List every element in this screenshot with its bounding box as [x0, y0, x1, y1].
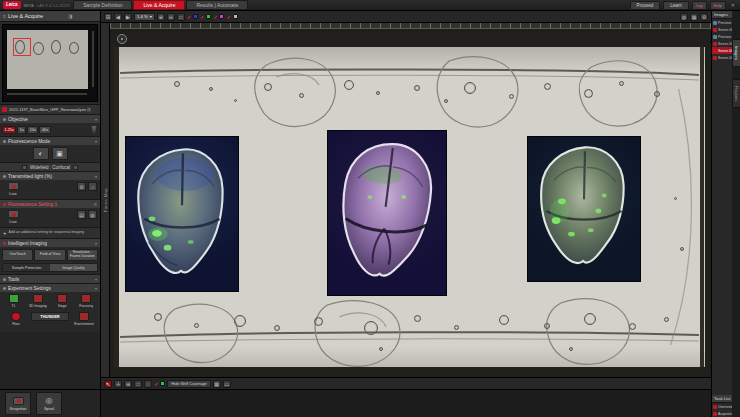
- fluo-live-button[interactable]: Live: [3, 210, 23, 224]
- learn-button[interactable]: Learn: [663, 1, 689, 10]
- transmitted-light-header[interactable]: Transmitted light (%) ▾: [0, 171, 100, 180]
- stage-button[interactable]: Stage: [51, 294, 74, 310]
- help-button[interactable]: Help: [710, 1, 726, 10]
- gear-icon[interactable]: ⚙: [93, 202, 97, 207]
- image-icon: [713, 42, 717, 46]
- rectangle-tool-icon[interactable]: □: [134, 380, 142, 388]
- spiral-button[interactable]: ◎ Spiral: [36, 392, 62, 415]
- flow-button[interactable]: Flow: [2, 312, 30, 330]
- widefield-confocal-toggle[interactable]: Widefield : Confocal: [0, 162, 100, 171]
- image-tree-item[interactable]: Series 004: [712, 54, 732, 61]
- tab-regions[interactable]: Regions: [732, 79, 740, 108]
- navigator-current-view-rect[interactable]: [13, 38, 31, 56]
- proceed-button[interactable]: Proceed: [630, 1, 661, 10]
- measure-icon[interactable]: ▭: [223, 380, 231, 388]
- grid-overlay-icon[interactable]: ▦: [690, 13, 698, 21]
- channel-chip-rfp[interactable]: [219, 14, 224, 19]
- 3d-imaging-button[interactable]: 3D Imaging: [26, 294, 49, 310]
- tilescan-region-1[interactable]: [126, 137, 238, 291]
- tools-header[interactable]: Tools ▾: [0, 274, 100, 283]
- widefield-mode-button[interactable]: ◐: [33, 147, 49, 160]
- contrast-mode-button[interactable]: ▣: [52, 147, 68, 160]
- flow-icon: [11, 312, 21, 321]
- pointer-tool-icon[interactable]: ↖: [104, 380, 112, 388]
- tab-live-acquire[interactable]: Live & Acquire: [133, 0, 185, 10]
- fluorescence-mode-header[interactable]: Fluorescence Mode ▾: [0, 136, 100, 145]
- navigator-hscrollbar[interactable]: [7, 93, 87, 95]
- tl-lamp-icon[interactable]: ☼: [88, 182, 97, 191]
- hide-well-coverage-button[interactable]: Hide Well Coverage: [167, 380, 211, 388]
- overlay-check-icon[interactable]: ✓: [154, 381, 158, 387]
- objective-option-1[interactable]: 1.25x: [2, 126, 16, 134]
- protection-quality-toggle[interactable]: Sample Protection Image Quality: [2, 263, 98, 272]
- channel-check-icon[interactable]: ✓: [213, 14, 217, 20]
- close-icon[interactable]: ✕: [729, 2, 737, 8]
- lut-chip[interactable]: [160, 381, 165, 386]
- tl-live-button[interactable]: Live: [3, 182, 23, 196]
- tilescan-region-2[interactable]: [328, 131, 446, 295]
- experiment-settings-header[interactable]: Experiment Settings ▾: [0, 283, 100, 292]
- tab-images[interactable]: Images: [732, 39, 740, 67]
- next-icon[interactable]: ▶: [124, 13, 132, 21]
- channel-chip-gfp[interactable]: [206, 14, 211, 19]
- pan-tool-icon[interactable]: ✛: [114, 380, 122, 388]
- fluorescence-setting-header[interactable]: Fluorescence Setting 1 ⚙: [0, 199, 100, 208]
- focusing-button[interactable]: Focusing: [75, 294, 98, 310]
- zoom-in-icon[interactable]: ⊕: [157, 13, 165, 21]
- resolution-frame-duration-button[interactable]: Resolution - Frame Duration: [67, 249, 98, 261]
- channel-chip-tl[interactable]: [233, 14, 238, 19]
- environment-button[interactable]: Environment: [70, 312, 98, 330]
- settings-icon[interactable]: ⚙: [700, 13, 708, 21]
- channel-check-icon[interactable]: ✓: [187, 14, 191, 20]
- annotation-icon[interactable]: ▦: [213, 380, 221, 388]
- fluo-filter-icon[interactable]: ▤: [77, 210, 86, 219]
- objective-option-3[interactable]: 10x: [27, 126, 38, 134]
- sample-protection-option[interactable]: Sample Protection: [3, 264, 50, 271]
- fluo-shutter-icon[interactable]: ◍: [88, 210, 97, 219]
- circle-tool-icon[interactable]: ○: [144, 380, 152, 388]
- zoom-select[interactable]: 1.4 % ▾: [134, 13, 155, 21]
- project-row[interactable]: 2021-1197_BrainSlice_GFP_Neuroanalysis (…: [0, 104, 100, 114]
- pin-icon[interactable]: ◨: [68, 13, 97, 19]
- task-list-item[interactable]: Acquisition: [712, 410, 732, 417]
- image-tree-item[interactable]: Series 001: [712, 26, 732, 33]
- navigator-vscrollbar[interactable]: [92, 31, 94, 87]
- objective-option-2[interactable]: 5x: [17, 126, 26, 134]
- image-tree-item-selected[interactable]: Series 003: [712, 47, 732, 54]
- focus-map-strip[interactable]: Focus Map: [101, 23, 110, 377]
- image-quality-option[interactable]: Image Quality: [50, 264, 97, 271]
- tab-results-automate[interactable]: Results | Automate: [186, 0, 248, 10]
- add-sequential-setting[interactable]: + Add an additional setting for sequenti…: [0, 227, 100, 238]
- channel-chip-dapi[interactable]: [193, 14, 198, 19]
- log-button[interactable]: Log: [692, 1, 707, 10]
- snapshot-button[interactable]: Snapshot: [5, 392, 31, 415]
- tl-settings-icon[interactable]: ⚙: [77, 182, 86, 191]
- layout-grid-icon[interactable]: ⊞: [104, 13, 112, 21]
- prev-icon[interactable]: ◀: [114, 13, 122, 21]
- channel-check-icon[interactable]: ✓: [226, 14, 230, 20]
- channel-check-icon[interactable]: ✓: [200, 14, 204, 20]
- thunder-button[interactable]: THUNDER: [31, 312, 70, 330]
- onetouch-button[interactable]: OneTouch: [2, 249, 33, 261]
- zoom-out-icon[interactable]: ⊖: [167, 13, 175, 21]
- menu-icon[interactable]: ≡: [3, 13, 6, 19]
- image-tree-item[interactable]: Preview 001: [712, 19, 732, 26]
- zoom-tool-icon[interactable]: ⊕: [124, 380, 132, 388]
- intelligent-imaging-header[interactable]: Intelligent Imaging ▾: [0, 238, 100, 247]
- field-of-view-button[interactable]: Field of View: [34, 249, 65, 261]
- stage-home-icon[interactable]: [117, 34, 127, 44]
- tilescan-region-3[interactable]: [528, 137, 640, 281]
- viewer-canvas[interactable]: Focus Map: [101, 23, 711, 377]
- slide[interactable]: [114, 47, 705, 367]
- tab-sample-definition[interactable]: Sample Definition: [73, 0, 132, 10]
- objective-option-4[interactable]: 40x: [39, 126, 50, 134]
- stage-navigator[interactable]: [2, 24, 98, 102]
- tl-setting-button[interactable]: TL: [2, 294, 25, 310]
- image-tree-item[interactable]: Series 002: [712, 40, 732, 47]
- task-list-item[interactable]: Overview: [712, 403, 732, 410]
- image-icon: [713, 35, 717, 39]
- image-tree-item[interactable]: Preview 002: [712, 33, 732, 40]
- overlay-icon[interactable]: ◍: [680, 13, 688, 21]
- objective-section-header[interactable]: Objective ▾: [0, 114, 100, 123]
- fit-view-icon[interactable]: □: [177, 13, 185, 21]
